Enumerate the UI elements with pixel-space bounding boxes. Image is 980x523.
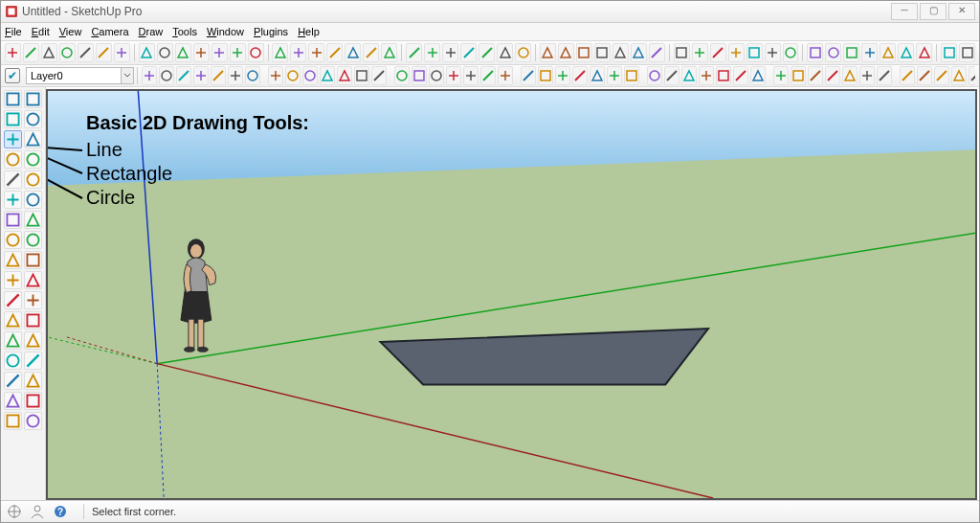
status-user-icon[interactable] — [30, 504, 45, 519]
stop-button[interactable] — [843, 43, 859, 62]
sandbox-button[interactable] — [268, 66, 283, 85]
orbit-button[interactable] — [479, 43, 495, 62]
freehand-tool[interactable] — [24, 150, 42, 169]
hidden-button[interactable] — [480, 66, 496, 85]
minimize-button[interactable]: ─ — [891, 3, 918, 20]
menu-view[interactable]: View — [59, 26, 82, 37]
home-button[interactable] — [808, 66, 823, 85]
gear-button[interactable] — [917, 66, 932, 85]
grass-button[interactable] — [941, 43, 957, 62]
protractor-tool[interactable] — [4, 271, 22, 289]
offset-button[interactable] — [326, 43, 343, 62]
polygon-button[interactable] — [272, 43, 288, 62]
style13-button[interactable] — [791, 66, 806, 85]
dimension-tool[interactable] — [24, 251, 42, 269]
walk-button[interactable] — [245, 66, 260, 85]
model-info-button[interactable] — [175, 43, 191, 62]
rotate-button[interactable] — [363, 43, 379, 62]
positions-button[interactable] — [394, 66, 410, 85]
zoom-window-tool[interactable] — [24, 331, 42, 350]
viewport[interactable]: Basic 2D Drawing Tools: Line Rectangle C… — [46, 89, 977, 500]
menu-plugins[interactable]: Plugins — [254, 26, 288, 37]
axes-tool[interactable] — [4, 291, 22, 309]
rectangle-button[interactable] — [193, 43, 210, 62]
right-button[interactable] — [649, 43, 665, 62]
layers-button[interactable] — [692, 43, 708, 62]
xray-button[interactable] — [783, 43, 799, 62]
cloud-button[interactable] — [354, 66, 369, 85]
maximize-button[interactable]: ▢ — [920, 3, 947, 20]
skin-button[interactable] — [765, 43, 781, 62]
select-button[interactable] — [142, 66, 157, 85]
view2-button[interactable] — [429, 66, 444, 85]
text-tool[interactable] — [24, 271, 42, 289]
style7-button[interactable] — [681, 66, 697, 85]
protractor-button[interactable] — [424, 43, 440, 62]
xrndr-button[interactable] — [555, 66, 570, 85]
bubble-button[interactable] — [807, 43, 823, 62]
mono-button[interactable] — [538, 66, 553, 85]
zoom-extents-button[interactable] — [540, 43, 556, 62]
arc-button[interactable] — [230, 43, 246, 62]
line-button[interactable] — [212, 43, 228, 62]
dims-button[interactable] — [211, 66, 226, 85]
offset-tool[interactable] — [24, 231, 42, 249]
pushpull-tool[interactable] — [4, 191, 22, 209]
gear2-button[interactable] — [934, 66, 949, 85]
zoom-extents-tool[interactable] — [4, 352, 22, 370]
circle-tool[interactable] — [4, 171, 22, 189]
rotate-tool[interactable] — [24, 211, 42, 229]
style11-button[interactable] — [750, 66, 766, 85]
open-button[interactable] — [23, 43, 39, 62]
redo-button[interactable] — [139, 43, 155, 62]
tree-button[interactable] — [898, 43, 914, 62]
polygon-tool[interactable] — [24, 171, 42, 189]
render-button[interactable] — [746, 43, 763, 62]
globe2-button[interactable] — [877, 66, 892, 85]
pushpull-button[interactable] — [308, 43, 324, 62]
paint-button[interactable] — [460, 43, 477, 62]
tape-button[interactable] — [406, 43, 422, 62]
close-button[interactable]: ✕ — [948, 3, 975, 20]
print-button[interactable] — [157, 43, 173, 62]
front-button[interactable] — [631, 43, 647, 62]
3dtext-tool[interactable] — [24, 291, 42, 309]
position-camera[interactable] — [4, 372, 22, 390]
scale-tool[interactable] — [4, 231, 22, 249]
menu-tools[interactable]: Tools — [172, 26, 197, 37]
style3-button[interactable] — [607, 66, 622, 85]
ortho-button[interactable] — [446, 66, 461, 85]
eraser-tool[interactable] — [24, 90, 42, 108]
camera-button[interactable] — [371, 66, 387, 85]
style4-button[interactable] — [624, 66, 639, 85]
eraser-button[interactable] — [193, 66, 209, 85]
copy-button[interactable] — [78, 43, 94, 62]
paste-button[interactable] — [96, 43, 112, 62]
menu-draw[interactable]: Draw — [139, 26, 164, 37]
status-help-icon[interactable]: ? — [53, 504, 68, 519]
settings-button[interactable] — [880, 43, 896, 62]
new-button[interactable] — [5, 43, 21, 62]
person2-button[interactable] — [969, 66, 975, 85]
sun-button[interactable] — [302, 66, 318, 85]
record-button[interactable] — [861, 43, 878, 62]
style10-button[interactable] — [733, 66, 748, 85]
look-around[interactable] — [24, 372, 42, 390]
warehouse-button[interactable] — [951, 66, 967, 85]
paint-bucket[interactable] — [24, 110, 42, 128]
globe-button[interactable] — [859, 66, 875, 85]
cut-button[interactable] — [59, 43, 76, 62]
pan-button[interactable] — [497, 43, 513, 62]
section-tool[interactable] — [24, 392, 42, 410]
view1-button[interactable] — [412, 66, 427, 85]
move-tool[interactable] — [4, 211, 22, 229]
component-button[interactable] — [159, 66, 174, 85]
scale-button[interactable] — [381, 43, 397, 62]
status-geolocation-icon[interactable] — [7, 504, 22, 519]
match-button[interactable] — [228, 66, 243, 85]
menu-file[interactable]: File — [5, 26, 22, 37]
plugin-button[interactable] — [900, 66, 915, 85]
style6-button[interactable] — [664, 66, 679, 85]
sun2-button[interactable] — [320, 66, 335, 85]
person-button[interactable] — [959, 43, 975, 62]
